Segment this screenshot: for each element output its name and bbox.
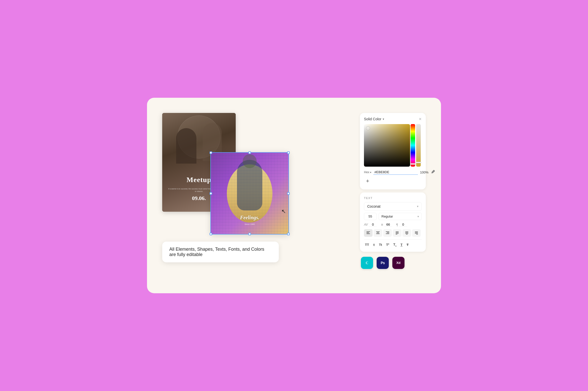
svg-rect-0 — [366, 231, 370, 232]
svg-rect-14 — [396, 233, 399, 234]
photoshop-icon[interactable]: Ps — [377, 257, 389, 269]
color-panel: Solid Color ▾ ✕ — [360, 113, 426, 189]
svg-rect-23 — [416, 234, 418, 234]
poster-front-subtitle: Since 1995 — [210, 223, 289, 225]
kerning-icon: AV — [364, 223, 368, 226]
svg-rect-17 — [405, 232, 408, 233]
color-input-row: Hex ▾ 100% — [364, 169, 422, 175]
line-height-metric: ≡ — [381, 223, 392, 227]
line-height-icon: ≡ — [381, 223, 383, 227]
alpha-strip[interactable] — [416, 124, 421, 167]
side-strips — [411, 124, 422, 167]
font-family-name: Coconat — [367, 204, 380, 208]
paragraph-spacing-input[interactable] — [399, 223, 407, 227]
info-box-text: All Elements, Shapes, Texts, Fonts, and … — [169, 247, 264, 257]
solid-color-header: Solid Color ▾ ✕ — [364, 117, 422, 121]
align-right-button[interactable] — [383, 229, 392, 237]
svg-rect-13 — [396, 232, 399, 233]
font-size-input[interactable] — [364, 213, 377, 220]
svg-rect-22 — [415, 233, 418, 234]
hue-thumb[interactable] — [410, 163, 416, 165]
color-picker-wrapper[interactable] — [364, 124, 422, 167]
solid-color-dropdown[interactable]: Solid Color ▾ — [364, 117, 384, 121]
info-box: All Elements, Shapes, Texts, Fonts, and … — [162, 242, 279, 262]
hex-input[interactable] — [373, 170, 418, 175]
align-center-button[interactable] — [374, 229, 382, 237]
font-size-row: Regular ▾ — [364, 213, 422, 220]
strikethrough-button[interactable]: T — [406, 242, 410, 247]
font-family-chevron-icon: ▾ — [417, 205, 418, 208]
superscript-button[interactable]: T2 — [385, 242, 390, 247]
justify-right-button[interactable] — [412, 229, 421, 237]
svg-rect-4 — [376, 231, 380, 232]
svg-rect-1 — [366, 232, 369, 233]
justify-left-button[interactable] — [393, 229, 401, 237]
align-row — [364, 229, 422, 237]
subscript-button[interactable]: T1 — [392, 242, 397, 248]
svg-rect-8 — [386, 231, 389, 232]
paragraph-spacing-icon: ¶ — [396, 223, 398, 227]
font-weight-chevron-icon: ▾ — [417, 215, 419, 218]
chevron-down-icon: ▾ — [383, 118, 384, 121]
hex-chevron-icon: ▾ — [370, 171, 371, 174]
line-height-input[interactable] — [384, 223, 392, 227]
main-card: Meetup If a warrior is to succeed, the s… — [147, 98, 441, 293]
solid-color-label-text: Solid Color — [364, 117, 381, 121]
hue-strip[interactable] — [411, 124, 415, 167]
paragraph-spacing-metric: ¶ — [396, 223, 407, 227]
svg-rect-19 — [406, 234, 408, 234]
eyedropper-button[interactable] — [431, 169, 436, 175]
svg-rect-10 — [386, 233, 389, 234]
hex-label[interactable]: Hex ▾ — [364, 170, 371, 174]
canva-icon[interactable]: C — [361, 257, 373, 269]
font-weight-label: Regular — [381, 214, 393, 218]
poster-front-title: Feelings. — [210, 215, 289, 221]
ps-label: Ps — [381, 261, 385, 265]
lowercase-button[interactable]: tt — [372, 242, 376, 247]
svg-rect-20 — [415, 231, 418, 232]
opacity-display: 100% — [420, 170, 428, 174]
divider — [364, 239, 422, 240]
svg-rect-6 — [376, 233, 380, 234]
color-panel-close-icon[interactable]: ✕ — [419, 117, 422, 121]
alpha-thumb[interactable] — [416, 162, 421, 163]
add-color-button[interactable]: + — [364, 177, 371, 185]
right-panel: Solid Color ▾ ✕ — [360, 113, 426, 269]
justify-center-button[interactable] — [402, 229, 411, 237]
app-icons-row: C Ps Xd — [360, 257, 426, 269]
svg-rect-16 — [405, 231, 408, 232]
xd-label: Xd — [396, 261, 401, 265]
gradient-canvas[interactable] — [364, 124, 410, 167]
poster-front[interactable]: Feelings. Since 1995 — [210, 152, 289, 234]
svg-text:C: C — [366, 261, 368, 265]
text-style-row: TT tt Tt T2 T1 T T — [364, 242, 422, 248]
kerning-metric: AV — [364, 223, 377, 227]
uppercase-button[interactable]: TT — [364, 242, 370, 247]
poster-front-inner: Feelings. Since 1995 — [210, 152, 289, 234]
svg-rect-5 — [377, 232, 379, 233]
kerning-input[interactable] — [369, 223, 377, 227]
underline-button[interactable]: T — [399, 242, 403, 247]
text-panel: TEXT Coconat ▾ Regular ▾ AV — [360, 192, 426, 252]
align-left-button[interactable] — [364, 229, 373, 237]
font-weight-selector[interactable]: Regular ▾ — [379, 213, 422, 220]
svg-rect-15 — [396, 234, 397, 234]
left-area: Meetup If a warrior is to succeed, the s… — [162, 113, 345, 255]
text-metrics-row: AV ≡ ¶ — [364, 223, 422, 227]
font-family-selector[interactable]: Coconat ▾ — [364, 202, 422, 211]
text-section-label: TEXT — [364, 197, 422, 200]
svg-rect-18 — [405, 233, 408, 234]
svg-rect-12 — [396, 231, 399, 232]
svg-rect-9 — [387, 232, 389, 233]
svg-rect-2 — [366, 233, 370, 234]
svg-rect-21 — [415, 232, 418, 233]
titlecase-button[interactable]: Tt — [378, 242, 383, 247]
adobexd-icon[interactable]: Xd — [392, 257, 405, 269]
